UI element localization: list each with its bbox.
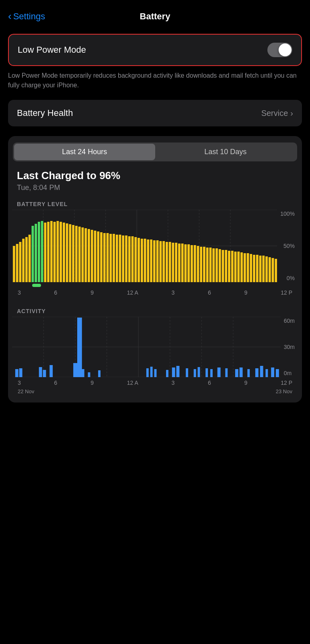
- svg-rect-85: [247, 253, 249, 282]
- svg-rect-82: [237, 252, 240, 282]
- svg-rect-111: [77, 318, 82, 377]
- svg-rect-65: [184, 244, 187, 282]
- svg-rect-79: [228, 251, 230, 282]
- svg-rect-69: [197, 246, 199, 282]
- svg-rect-126: [218, 367, 221, 377]
- svg-rect-81: [234, 252, 237, 282]
- act-x-3: 3: [18, 380, 21, 386]
- usage-card: Last 24 Hours Last 10 Days Last Charged …: [8, 136, 302, 402]
- tab-10days[interactable]: Last 10 Days: [155, 144, 296, 160]
- act-x-12p: 12 P: [281, 380, 292, 386]
- battery-health-card: Battery Health Service ›: [8, 100, 302, 126]
- battery-level-chart: [12, 210, 277, 282]
- svg-rect-24: [57, 221, 59, 282]
- svg-rect-72: [206, 248, 209, 282]
- x-label-9am: 9: [90, 289, 94, 296]
- x-label-12a: 12 A: [127, 289, 138, 296]
- svg-rect-127: [225, 368, 228, 377]
- x-label-9pm: 9: [244, 289, 248, 296]
- low-power-mode-card: Low Power Mode: [8, 34, 302, 66]
- svg-rect-55: [153, 240, 156, 282]
- date-labels: 22 Nov 23 Nov: [12, 386, 298, 394]
- act-x-3p: 3: [171, 380, 175, 386]
- svg-rect-89: [259, 256, 262, 282]
- svg-rect-41: [109, 234, 112, 282]
- svg-rect-45: [122, 235, 124, 282]
- activity-x-labels: 3 6 9 12 A 3 6 9 12 P: [12, 377, 298, 386]
- charging-indicator-row: [12, 282, 298, 287]
- svg-rect-130: [247, 369, 250, 377]
- svg-rect-84: [244, 253, 246, 282]
- svg-rect-129: [240, 367, 243, 377]
- svg-rect-91: [265, 256, 268, 282]
- svg-rect-59: [166, 242, 168, 282]
- act-x-6: 6: [54, 380, 57, 386]
- battery-health-right: Service ›: [261, 109, 293, 118]
- svg-rect-123: [198, 367, 200, 377]
- svg-rect-42: [113, 234, 115, 282]
- svg-rect-88: [256, 255, 259, 282]
- svg-rect-48: [131, 236, 134, 282]
- x-label-12p: 12 P: [281, 289, 292, 296]
- low-power-mode-toggle[interactable]: [267, 43, 292, 57]
- svg-rect-34: [88, 229, 90, 282]
- act-x-6p: 6: [208, 380, 211, 386]
- svg-rect-134: [271, 367, 274, 377]
- svg-rect-76: [219, 249, 221, 282]
- toggle-knob: [279, 43, 292, 56]
- date-label-right: 23 Nov: [276, 388, 292, 394]
- svg-rect-105: [15, 369, 18, 377]
- svg-rect-26: [63, 223, 65, 282]
- back-button[interactable]: ‹ Settings: [8, 11, 45, 22]
- svg-rect-27: [66, 223, 68, 282]
- battery-level-section: BATTERY LEVEL: [8, 201, 302, 296]
- activity-section: ACTIVITY: [8, 308, 302, 394]
- x-label-3pm: 3: [171, 289, 175, 296]
- svg-rect-33: [84, 228, 87, 282]
- svg-rect-75: [216, 248, 218, 282]
- y-label-0: 0%: [287, 275, 295, 281]
- svg-rect-135: [276, 369, 279, 377]
- svg-rect-116: [150, 367, 153, 377]
- activity-y-30: 30m: [284, 344, 295, 350]
- svg-rect-31: [78, 227, 81, 282]
- svg-rect-94: [275, 259, 277, 282]
- svg-rect-64: [181, 244, 184, 282]
- x-label-6pm: 6: [208, 289, 211, 296]
- svg-rect-20: [44, 223, 46, 282]
- svg-rect-23: [53, 222, 56, 282]
- svg-rect-32: [82, 227, 84, 282]
- charge-info: Last Charged to 96% Tue, 8:04 PM: [8, 161, 302, 194]
- svg-rect-30: [75, 226, 78, 282]
- header: ‹ Settings Battery: [0, 0, 310, 30]
- svg-rect-68: [194, 245, 196, 282]
- tab-24hours[interactable]: Last 24 Hours: [14, 144, 155, 160]
- svg-rect-67: [191, 245, 193, 282]
- tab-bar: Last 24 Hours Last 10 Days: [13, 142, 297, 161]
- svg-rect-87: [253, 255, 255, 282]
- low-power-mode-row[interactable]: Low Power Mode: [8, 34, 302, 66]
- svg-rect-128: [235, 369, 238, 377]
- battery-health-label: Battery Health: [17, 108, 73, 118]
- svg-rect-78: [225, 250, 227, 282]
- activity-y-labels: 60m 30m 0m: [281, 317, 298, 377]
- svg-rect-112: [81, 369, 84, 377]
- svg-rect-122: [194, 369, 196, 377]
- page-title: Battery: [140, 11, 170, 22]
- x-label-6am: 6: [54, 289, 57, 296]
- svg-rect-39: [103, 233, 106, 282]
- svg-rect-66: [187, 244, 190, 282]
- svg-rect-10: [13, 246, 15, 282]
- svg-rect-106: [19, 368, 23, 377]
- svg-rect-15: [29, 235, 31, 282]
- svg-rect-21: [47, 222, 49, 282]
- y-label-50: 50%: [283, 243, 295, 249]
- svg-rect-119: [172, 367, 175, 377]
- svg-rect-28: [69, 224, 72, 282]
- battery-health-row[interactable]: Battery Health Service ›: [8, 100, 302, 126]
- svg-rect-47: [128, 236, 131, 282]
- low-power-mode-label: Low Power Mode: [18, 45, 86, 55]
- svg-rect-54: [150, 239, 152, 282]
- svg-rect-114: [98, 370, 101, 377]
- svg-rect-120: [177, 366, 180, 377]
